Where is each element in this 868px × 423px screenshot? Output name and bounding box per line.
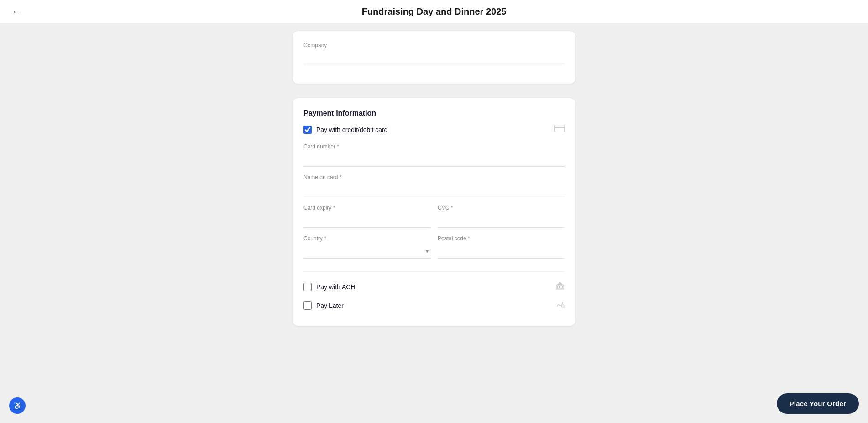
card-expiry-group: Card expiry *	[303, 205, 430, 228]
payment-section-title: Payment Information	[303, 109, 565, 117]
cvc-label: CVC *	[438, 205, 565, 211]
name-on-card-input[interactable]	[303, 182, 565, 197]
accessibility-button[interactable]: ♿	[9, 397, 26, 414]
pay-later-option-left: Pay Later	[303, 301, 344, 310]
postal-code-label: Postal code *	[438, 235, 565, 242]
postal-code-group: Postal code *	[438, 235, 565, 259]
credit-card-checkbox[interactable]	[303, 126, 312, 134]
svg-marker-6	[556, 282, 564, 285]
company-input[interactable]	[303, 50, 565, 65]
card-fields-area: Card number * Name on card * Card expiry…	[303, 143, 565, 266]
payment-card: Payment Information Pay with credit/debi…	[293, 98, 575, 326]
name-on-card-label: Name on card *	[303, 174, 565, 180]
country-select[interactable]: United States Canada United Kingdom Aust…	[303, 243, 430, 259]
country-label: Country *	[303, 235, 430, 242]
svg-rect-1	[554, 127, 565, 128]
card-number-group: Card number *	[303, 143, 565, 167]
bank-icon	[555, 281, 565, 292]
svg-rect-7	[556, 289, 564, 290]
ach-label[interactable]: Pay with ACH	[316, 283, 356, 291]
place-order-button[interactable]: Place Your Order	[777, 393, 859, 414]
page-title: Fundraising Day and Dinner 2025	[362, 6, 507, 17]
country-group: Country * United States Canada United Ki…	[303, 235, 430, 259]
divider	[303, 271, 565, 272]
cvc-group: CVC *	[438, 205, 565, 228]
credit-card-icon	[554, 125, 565, 134]
name-on-card-group: Name on card *	[303, 174, 565, 197]
postal-code-input[interactable]	[438, 243, 565, 259]
card-expiry-input[interactable]	[303, 213, 430, 228]
back-button[interactable]: ←	[9, 5, 24, 19]
ach-option-row: Pay with ACH	[303, 277, 565, 296]
pay-later-checkbox[interactable]	[303, 301, 312, 310]
cvc-input[interactable]	[438, 213, 565, 228]
credit-card-option-row: Pay with credit/debit card	[303, 125, 565, 134]
card-number-input[interactable]	[303, 152, 565, 167]
svg-rect-3	[557, 286, 558, 288]
ach-checkbox[interactable]	[303, 283, 312, 291]
pay-later-label[interactable]: Pay Later	[316, 302, 344, 309]
company-card: Company	[293, 31, 575, 84]
company-label: Company	[303, 42, 565, 48]
country-postal-row: Country * United States Canada United Ki…	[303, 235, 565, 266]
svg-rect-0	[555, 125, 565, 132]
ach-option-left: Pay with ACH	[303, 283, 356, 291]
company-field-group: Company	[303, 42, 565, 65]
credit-card-label[interactable]: Pay with credit/debit card	[316, 126, 387, 133]
pay-later-option-row: Pay Later	[303, 296, 565, 315]
country-wrapper: United States Canada United Kingdom Aust…	[303, 243, 430, 259]
svg-rect-4	[559, 286, 560, 288]
top-bar: ← Fundraising Day and Dinner 2025	[0, 0, 868, 24]
sign-icon	[555, 300, 565, 311]
svg-rect-5	[562, 286, 563, 288]
credit-card-option-left: Pay with credit/debit card	[303, 126, 387, 134]
card-expiry-label: Card expiry *	[303, 205, 430, 211]
main-content: Company Payment Information Pay with cre…	[0, 24, 868, 419]
card-number-label: Card number *	[303, 143, 565, 150]
expiry-cvc-row: Card expiry * CVC *	[303, 205, 565, 235]
